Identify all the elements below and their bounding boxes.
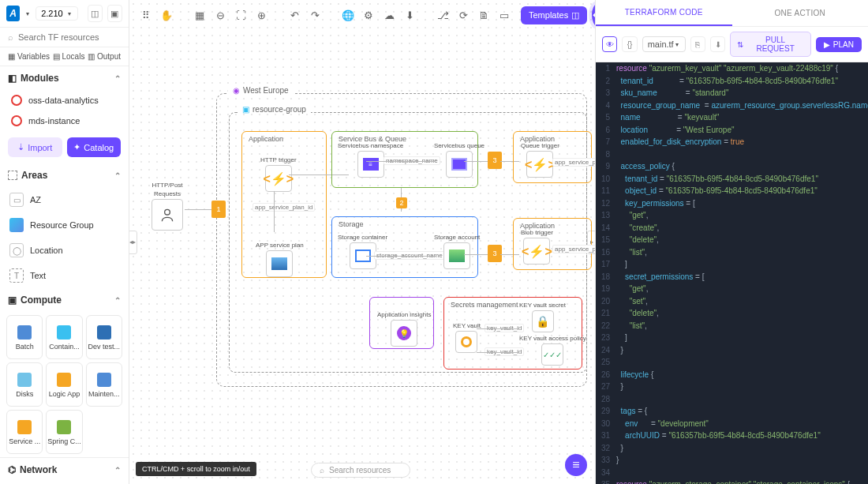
layers-button[interactable]: ❖ [592,4,595,26]
version-text: 2.210 [41,9,63,18]
section-compute[interactable]: ▣Compute ⌃ [0,288,129,312]
move-icon[interactable]: ⠿ [139,8,153,22]
chevron-down-icon[interactable]: ▾ [24,10,31,17]
compute-icon: ▣ [8,295,17,306]
area-item[interactable]: TText [0,263,129,288]
area-item[interactable]: Resource Group [0,212,129,238]
resource-tile[interactable]: Service ... [6,410,43,454]
area-item[interactable]: ◯Location [0,238,129,263]
areas-icon [8,171,17,180]
cloud-upload-icon[interactable]: ☁ [382,8,396,22]
section-modules[interactable]: ◧Modules ⌃ [0,66,129,90]
grid-icon[interactable]: ▦ [193,8,207,22]
plan-button[interactable]: ▶PLAN [816,37,862,52]
resource-label: Mainten... [88,390,120,398]
collapse-left-handle[interactable]: ◂▸ [129,231,137,254]
canvas[interactable]: ⠿ ✋ ▦ ⊖ ⛶ ⊕ ↶ ↷ 🌐 ⚙ ☁ ⬇ ⎇ ⟳ 🗎 ▭ Templat [129,0,595,484]
download-icon[interactable]: ⬇ [402,8,417,22]
cube-icon[interactable]: ◫ [88,5,103,22]
resource-tile[interactable]: Spring C... [46,410,82,454]
box-icon[interactable]: ▣ [107,5,122,22]
resource-label: Logic App [49,390,80,398]
module-item[interactable]: oss-data-analytics [0,90,129,111]
file-selector[interactable]: main.tf ▾ [642,36,686,52]
node-key-vault-secret[interactable]: KEY vault secret 🔒 [519,302,566,332]
play-icon: ▶ [824,40,830,49]
resource-group-icon: ▣ [242,105,249,114]
module-icon [11,95,22,106]
section-network[interactable]: ⌬Network ⌃ [0,457,129,482]
provider-logo[interactable]: A [6,6,20,21]
waypoint-3b: 3 [488,245,502,262]
chevron-up-icon: ⌃ [114,171,121,180]
nav-output[interactable]: ▥Output [88,52,121,61]
waypoint-3a: 3 [488,152,502,169]
node-sb-queue[interactable]: Servicebus queue [434,142,485,178]
nav-locals[interactable]: ▤Locals [53,52,85,61]
resource-tile[interactable]: Batch [6,315,43,359]
globe-icon[interactable]: 🌐 [341,8,355,22]
search-icon: ⌕ [8,32,13,42]
fab-menu[interactable]: ≡ [565,454,587,476]
templates-button[interactable]: Templates◫ [521,6,587,24]
canvas-search[interactable]: ⌕ Search resources [311,463,410,478]
resource-label: Service ... [9,437,40,445]
hand-icon[interactable]: ✋ [159,8,174,22]
code-editor[interactable]: 1resource "azurerm_key_vault" "azurerm_k… [596,62,868,484]
eye-icon[interactable]: 👁 [602,36,617,52]
node-storage-account[interactable]: Storage account [434,234,480,269]
chevron-up-icon: ⌃ [114,74,121,83]
resource-tile[interactable]: Contain... [46,315,82,359]
area-item[interactable]: ▭AZ [0,187,129,212]
resource-icon [96,325,112,340]
node-key-vault[interactable]: KEY vault [453,322,481,353]
resource-tile[interactable]: Dev test... [86,315,122,359]
tab-one-action[interactable]: ONE ACTION [732,0,869,26]
sidebar-search[interactable]: ⌕ [0,28,129,47]
braces-icon[interactable]: {} [622,36,637,52]
module-item[interactable]: mds-instance [0,111,129,131]
node-app-insights[interactable]: Application insights 💡 [377,311,431,347]
resource-tile[interactable]: Disks [6,362,43,407]
history-icon[interactable]: ⟳ [456,8,470,22]
copy-icon[interactable]: ⎘ [690,36,705,52]
import-button[interactable]: ⇣Import [8,137,62,157]
pull-request-button[interactable]: ⇅PULL REQUEST [730,32,811,57]
download-icon[interactable]: ⬇ [710,36,725,52]
sidebar-search-input[interactable] [18,32,127,42]
node-blob-trigger[interactable]: Blob trigger <⚡> [521,229,553,265]
edge-label: app_service_plan_id [253,203,315,212]
document-icon[interactable]: 🗎 [477,8,491,22]
edge-label: app_service_plan [552,245,595,253]
version-selector[interactable]: 2.210 ▾ [36,6,78,21]
resource-label: Spring C... [47,437,81,445]
resource-icon [96,372,112,388]
area-label: AZ [30,195,41,204]
resource-label: Contain... [49,343,80,351]
node-key-vault-access-policy[interactable]: KEY vault access policy ✓✓✓ [519,335,586,366]
zoom-in-icon[interactable]: ⊕ [254,8,268,22]
module-label: mds-instance [28,116,80,126]
undo-icon[interactable]: ↶ [287,8,301,22]
layers-icon: ❖ [592,8,595,23]
node-http-post[interactable]: HTTP/Post Requests [152,182,183,231]
fit-icon[interactable]: ⛶ [234,8,248,22]
catalog-button[interactable]: ✦Catalog [67,137,122,157]
node-app-service-plan[interactable]: APP service plan [256,242,304,277]
redo-icon[interactable]: ↷ [308,8,322,22]
section-areas[interactable]: Areas ⌃ [0,163,129,187]
tab-terraform-code[interactable]: TERRAFORM CODE [596,0,732,26]
download-icon: ⇣ [17,142,24,152]
chevron-up-icon: ⌃ [114,466,121,475]
zoom-out-icon[interactable]: ⊖ [213,8,227,22]
resource-icon [17,325,32,340]
canvas-toolbar: ⠿ ✋ ▦ ⊖ ⛶ ⊕ ↶ ↷ 🌐 ⚙ ☁ ⬇ ⎇ ⟳ 🗎 ▭ Templat [134,3,590,27]
zoom-hint: CTRL/CMD + scroll to zoom in/out [136,462,256,476]
resource-tile[interactable]: Logic App [46,362,82,407]
resource-tile[interactable]: Mainten... [86,362,122,407]
settings-icon[interactable]: ⚙ [361,8,376,22]
git-branch-icon[interactable]: ⎇ [436,8,450,22]
nav-variables[interactable]: ▦Variables [8,52,50,61]
terminal-icon[interactable]: ▭ [497,8,511,22]
resource-icon [17,372,32,388]
